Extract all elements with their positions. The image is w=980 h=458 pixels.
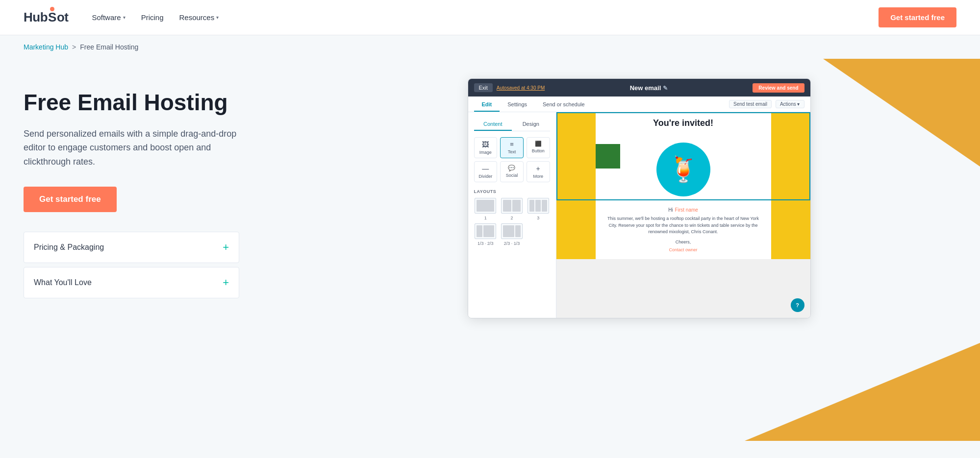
layouts-grid: 1 2 xyxy=(474,198,550,246)
editor-toolbar: Exit Autosaved at 4:30 PM New email ✎ Re… xyxy=(468,79,810,96)
accordion-item-pricing[interactable]: Pricing & Packaging + xyxy=(24,232,239,263)
sidebar-tab-design[interactable]: Design xyxy=(512,118,550,131)
email-editor-mockup: Exit Autosaved at 4:30 PM New email ✎ Re… xyxy=(468,78,811,318)
email-right-yellow-body xyxy=(771,200,810,259)
green-accent-block xyxy=(596,144,620,169)
breadcrumb: Marketing Hub > Free Email Hosting xyxy=(0,35,980,59)
email-firstname[interactable]: First name xyxy=(675,207,698,213)
layout-narrow-col-r xyxy=(515,225,521,237)
breadcrumb-marketing-hub-link[interactable]: Marketing Hub xyxy=(24,43,68,51)
block-text[interactable]: ≡ Text xyxy=(500,137,524,158)
accordion-item-love[interactable]: What You'll Love + xyxy=(24,267,239,298)
more-block-icon: + xyxy=(536,165,540,172)
deco-triangle-bottom xyxy=(745,343,980,441)
editor-exit-button[interactable]: Exit xyxy=(474,83,493,92)
help-bubble[interactable]: ? xyxy=(791,298,804,312)
email-hi-text: Hi xyxy=(668,207,673,213)
main-content: Free Email Hosting Send personalized ema… xyxy=(0,59,980,441)
layout-3col-label: 3 xyxy=(537,216,539,220)
logo[interactable]: Hub S ot xyxy=(24,10,68,25)
header-get-started-button[interactable]: Get started free xyxy=(879,7,956,27)
logo-text: Hub S ot xyxy=(24,10,68,25)
right-panel: Exit Autosaved at 4:30 PM New email ✎ Re… xyxy=(298,78,956,318)
layout-2col-label: 2 xyxy=(510,216,513,220)
layouts-label: LAYOUTS xyxy=(474,189,550,194)
layout-split-right-label: 2/3 · 1/3 xyxy=(504,241,520,246)
email-hi-line: Hi First name xyxy=(605,207,761,213)
edit-pencil-icon: ✎ xyxy=(663,85,668,92)
email-drink-circle: 🍹 xyxy=(656,143,710,196)
accordion: Pricing & Packaging + What You'll Love + xyxy=(24,232,239,298)
email-invited-text: You're invited! xyxy=(653,118,713,128)
editor-body: Content Design 🖼 Image ≡ Text xyxy=(468,112,810,318)
layout-2col[interactable]: 2 xyxy=(500,198,524,220)
left-panel: Free Email Hosting Send personalized ema… xyxy=(24,78,298,298)
layout-3col-row xyxy=(529,200,547,212)
tab-edit[interactable]: Edit xyxy=(474,96,500,112)
actions-button[interactable]: Actions ▾ xyxy=(776,100,804,108)
layout-col-1 xyxy=(477,200,494,212)
send-test-email-button[interactable]: Send test email xyxy=(729,100,772,108)
layout-split-right-preview xyxy=(501,223,523,239)
block-image-label: Image xyxy=(479,150,492,155)
editor-tabs: Edit Settings Send or schedule Send test… xyxy=(468,96,810,112)
email-contact-owner[interactable]: Contact owner xyxy=(605,247,761,252)
sidebar-tabs: Content Design xyxy=(474,118,550,131)
nav-item-pricing[interactable]: Pricing xyxy=(141,13,164,22)
nav-item-software[interactable]: Software ▾ xyxy=(92,13,125,22)
email-body-center: Hi First name This summer, we'll be host… xyxy=(596,200,771,259)
header: Hub S ot Software ▾ Pricing Resources ▾ … xyxy=(0,0,980,35)
layout-col-b xyxy=(512,200,521,212)
main-nav: Software ▾ Pricing Resources ▾ xyxy=(92,13,879,22)
layout-split-left[interactable]: 1/3 · 2/3 xyxy=(474,223,498,246)
layout-1col-label: 1 xyxy=(484,216,487,220)
page-description: Send personalized emails with a simple d… xyxy=(24,127,249,169)
email-right-yellow-header xyxy=(771,112,810,200)
accordion-expand-icon-pricing: + xyxy=(223,241,229,254)
editor-tab-right-actions: Send test email Actions ▾ xyxy=(729,100,804,108)
layout-3col-preview xyxy=(528,198,549,214)
layout-col-x xyxy=(529,200,535,212)
editor-review-button[interactable]: Review and send xyxy=(753,83,804,93)
drink-emoji: 🍹 xyxy=(668,155,699,184)
layout-col-z xyxy=(542,200,547,212)
layout-3col[interactable]: 3 xyxy=(527,198,550,220)
sidebar-tab-content[interactable]: Content xyxy=(474,118,512,131)
accordion-label-love: What You'll Love xyxy=(34,278,92,287)
email-preview-area: You're invited! 🍹 xyxy=(556,112,810,318)
image-block-icon: 🖼 xyxy=(482,141,489,148)
tab-settings[interactable]: Settings xyxy=(500,96,535,112)
block-divider-label: Divider xyxy=(478,174,492,179)
email-left-yellow-header xyxy=(556,112,596,200)
editor-sidebar: Content Design 🖼 Image ≡ Text xyxy=(468,112,556,318)
block-divider[interactable]: — Divider xyxy=(474,161,498,182)
block-image[interactable]: 🖼 Image xyxy=(474,137,498,158)
editor-autosaved-label: Autosaved at 4:30 PM xyxy=(497,85,545,91)
layout-col-y xyxy=(535,200,541,212)
hero-get-started-button[interactable]: Get started free xyxy=(24,187,117,212)
text-block-icon: ≡ xyxy=(510,141,514,148)
accordion-expand-icon-love: + xyxy=(223,276,229,289)
chevron-down-icon: ▾ xyxy=(123,15,126,20)
email-invited-row: You're invited! 🍹 xyxy=(556,112,810,200)
email-body-row: Hi First name This summer, we'll be host… xyxy=(556,200,810,259)
tab-send-schedule[interactable]: Send or schedule xyxy=(535,96,593,112)
accordion-label-pricing: Pricing & Packaging xyxy=(34,243,104,252)
layout-col-a xyxy=(503,200,511,212)
editor-title: New email ✎ xyxy=(549,84,749,92)
block-social[interactable]: 💬 Social xyxy=(500,161,524,182)
block-more[interactable]: + More xyxy=(527,161,550,182)
email-preview-content: You're invited! 🍹 xyxy=(556,112,810,259)
block-more-label: More xyxy=(533,174,543,179)
layout-split-left-label: 1/3 · 2/3 xyxy=(477,241,494,246)
email-cheers: Cheers, xyxy=(605,240,761,244)
page-title: Free Email Hosting xyxy=(24,90,298,115)
layout-split-right-row xyxy=(503,225,521,237)
block-button-label: Button xyxy=(532,148,545,153)
nav-item-resources[interactable]: Resources ▾ xyxy=(179,13,219,22)
breadcrumb-current-page: Free Email Hosting xyxy=(80,43,138,51)
block-button[interactable]: ⬛ Button xyxy=(527,137,550,158)
layout-1col[interactable]: 1 xyxy=(474,198,498,220)
layout-split-right[interactable]: 2/3 · 1/3 xyxy=(500,223,524,246)
email-center-header: You're invited! 🍹 xyxy=(596,112,771,200)
